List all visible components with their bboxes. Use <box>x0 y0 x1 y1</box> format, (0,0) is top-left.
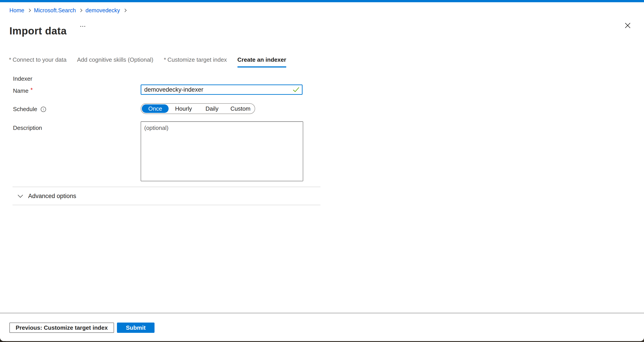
advanced-options-label: Advanced options <box>28 193 76 200</box>
schedule-label-text: Schedule <box>13 106 37 113</box>
tab-label: Create an indexer <box>238 56 286 63</box>
tab-label: Add cognitive skills (Optional) <box>77 56 154 63</box>
footer-divider <box>0 313 644 314</box>
schedule-option-daily[interactable]: Daily <box>198 104 226 113</box>
breadcrumb: Home Microsoft.Search demovedecky <box>10 7 130 14</box>
schedule-toggle-group: Once Hourly Daily Custom <box>141 103 255 114</box>
tab-required-mark: * <box>164 56 166 63</box>
name-input-container <box>141 84 302 95</box>
breadcrumb-home-link[interactable]: Home <box>10 7 24 14</box>
ellipsis-dots <box>82 26 83 27</box>
description-field-label: Description <box>13 124 42 132</box>
schedule-option-once[interactable]: Once <box>142 104 168 113</box>
close-button[interactable] <box>623 20 632 30</box>
divider <box>12 187 320 187</box>
description-textarea[interactable] <box>141 122 303 181</box>
tab-add-cognitive-skills[interactable]: Add cognitive skills (Optional) <box>77 56 154 68</box>
required-asterisk: * <box>30 86 33 93</box>
tab-connect-to-your-data[interactable]: *Connect to your data <box>9 56 67 68</box>
chevron-down-icon <box>18 194 23 198</box>
previous-step-button[interactable]: Previous: Customize target index <box>10 322 114 333</box>
import-data-panel: Home Microsoft.Search demovedecky Import… <box>0 0 644 341</box>
name-label-text: Name <box>13 88 28 94</box>
close-icon <box>624 22 631 28</box>
breadcrumb-resource-link[interactable]: demovedecky <box>86 7 120 14</box>
tab-create-an-indexer[interactable]: Create an indexer <box>238 56 286 68</box>
breadcrumb-chevron-icon <box>79 8 82 12</box>
submit-button[interactable]: Submit <box>117 322 154 333</box>
name-field-label: Name* <box>13 87 33 94</box>
divider <box>12 205 320 205</box>
schedule-field-label: Schedule <box>13 106 46 113</box>
schedule-option-custom[interactable]: Custom <box>226 104 255 113</box>
tab-label: Connect to your data <box>12 56 66 63</box>
indexer-name-input[interactable] <box>141 84 302 95</box>
breadcrumb-chevron-icon <box>27 8 31 12</box>
portal-top-accent-bar <box>0 0 644 2</box>
more-options-icon[interactable] <box>79 25 88 28</box>
breadcrumb-chevron-icon <box>123 8 126 12</box>
schedule-option-hourly[interactable]: Hourly <box>169 104 198 113</box>
advanced-options-toggle[interactable]: Advanced options <box>18 193 76 200</box>
tab-required-mark: * <box>9 56 11 63</box>
tab-label: Customize target index <box>168 56 227 63</box>
breadcrumb-service-link[interactable]: Microsoft.Search <box>34 7 76 14</box>
valid-check-icon <box>293 87 300 92</box>
tab-customize-target-index[interactable]: *Customize target index <box>164 56 227 68</box>
wizard-tabs: *Connect to your data Add cognitive skil… <box>9 56 286 68</box>
info-icon[interactable] <box>41 106 46 112</box>
page-title: Import data <box>10 25 67 37</box>
indexer-section-label: Indexer <box>13 75 32 82</box>
